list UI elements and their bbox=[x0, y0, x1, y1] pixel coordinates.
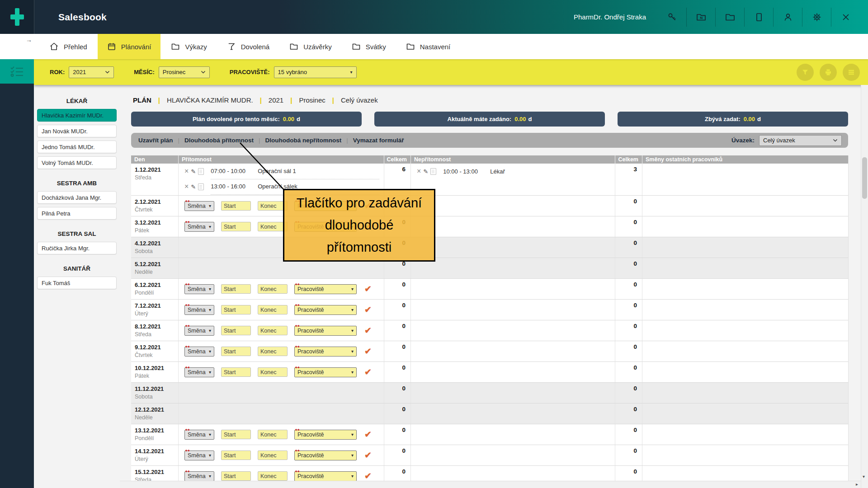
user-icon[interactable] bbox=[774, 0, 802, 34]
filter-icon[interactable] bbox=[797, 64, 814, 81]
delete-icon[interactable]: × bbox=[417, 167, 421, 175]
scroll-right-icon[interactable]: ▸ bbox=[856, 482, 858, 487]
end-input[interactable] bbox=[258, 326, 288, 335]
forward-arrow-icon[interactable]: → bbox=[26, 36, 32, 43]
delete-icon[interactable]: × bbox=[184, 167, 189, 175]
note-icon[interactable] bbox=[430, 168, 436, 175]
confirm-button[interactable]: ✔ bbox=[364, 450, 372, 460]
breadcrumb-item: HLAVIČKA KAZIMÍR MUDR. bbox=[167, 96, 253, 104]
workplace-select[interactable]: Pracoviště▾ bbox=[294, 347, 357, 357]
staff-group-title: SANITÁŘ bbox=[34, 265, 120, 272]
end-input[interactable] bbox=[258, 430, 288, 439]
start-input[interactable] bbox=[221, 326, 251, 335]
start-input[interactable] bbox=[221, 471, 251, 481]
staff-item[interactable]: Ručička Jirka Mgr. bbox=[37, 242, 117, 254]
edit-icon[interactable]: ✎ bbox=[191, 168, 196, 175]
note-icon[interactable] bbox=[198, 183, 204, 190]
staff-item[interactable]: Hlavička Kazimír MUDr. bbox=[37, 109, 117, 122]
print-icon[interactable] bbox=[820, 64, 837, 81]
tab-uzaverky[interactable]: Uzávěrky bbox=[280, 34, 341, 59]
end-input[interactable] bbox=[258, 347, 288, 356]
report-icon[interactable] bbox=[745, 0, 773, 34]
gear-icon[interactable] bbox=[802, 0, 831, 34]
scroll-down-icon[interactable]: ▾ bbox=[863, 474, 865, 479]
confirm-button[interactable]: ✔ bbox=[364, 346, 372, 357]
key-icon[interactable] bbox=[658, 0, 686, 34]
workplace-select[interactable]: Pracoviště▾ bbox=[294, 471, 357, 481]
staff-item[interactable]: Pilná Petra bbox=[37, 207, 117, 220]
tab-nastaveni[interactable]: Nastavení bbox=[396, 34, 460, 59]
end-input[interactable] bbox=[258, 305, 288, 314]
tab-dovolena[interactable]: Dovolená bbox=[217, 34, 279, 59]
start-input[interactable] bbox=[221, 367, 251, 377]
folder-icon[interactable] bbox=[716, 0, 744, 34]
start-input[interactable] bbox=[221, 222, 251, 231]
close-plan-button[interactable]: Uzavřít plán bbox=[138, 137, 173, 144]
staff-item[interactable]: Jedno Tomáš MUDr. bbox=[37, 141, 117, 153]
tab-svatky[interactable]: Svátky bbox=[342, 34, 396, 59]
start-input[interactable] bbox=[221, 347, 251, 356]
end-input[interactable] bbox=[258, 284, 288, 294]
vertical-scrollbar-thumb[interactable] bbox=[862, 157, 867, 199]
presence-cell: ••Směna▾••Pracoviště▾✔ bbox=[178, 300, 384, 320]
start-input[interactable] bbox=[221, 201, 251, 211]
delete-icon[interactable]: × bbox=[184, 183, 189, 191]
year-select[interactable]: 2021 bbox=[69, 66, 114, 78]
month-select[interactable]: Prosinec bbox=[159, 66, 210, 78]
confirm-button[interactable]: ✔ bbox=[364, 367, 372, 377]
workplace-select[interactable]: Pracoviště▾ bbox=[294, 284, 357, 294]
toolbar-actions: Uzavřít plán|Dlouhodobá přítomnost|Dlouh… bbox=[138, 137, 404, 144]
menu-icon[interactable] bbox=[843, 64, 860, 81]
staff-item[interactable]: Volný Tomáš MUDr. bbox=[37, 156, 117, 169]
workplace-select[interactable]: Pracoviště▾ bbox=[294, 305, 357, 315]
start-input[interactable] bbox=[221, 450, 251, 460]
confirm-button[interactable]: ✔ bbox=[364, 305, 372, 315]
other-shifts-cell bbox=[642, 362, 848, 382]
tab-prehled[interactable]: Přehled bbox=[40, 34, 97, 59]
close-icon[interactable] bbox=[831, 0, 860, 34]
workplace-select[interactable]: Pracoviště▾ bbox=[294, 430, 357, 440]
confirm-button[interactable]: ✔ bbox=[364, 471, 372, 481]
entry-time: 07:00 - 10:00 bbox=[211, 168, 252, 174]
folder-n-icon[interactable]: N bbox=[687, 0, 715, 34]
day-cell: 7.12.2021Úterý bbox=[131, 300, 178, 320]
long-term-presence-button[interactable]: Dlouhodobá přítomnost bbox=[184, 137, 254, 144]
start-input[interactable] bbox=[221, 430, 251, 439]
workplace-select[interactable]: Pracoviště▾ bbox=[294, 326, 357, 336]
staff-item[interactable]: Jan Novák MUDr. bbox=[37, 125, 117, 137]
staff-item[interactable]: Fuk Tomáš bbox=[37, 277, 117, 289]
shift-form: ••Směna▾••Pracoviště▾✔ bbox=[179, 279, 384, 299]
triangle-down-icon: ▾ bbox=[209, 224, 211, 229]
breadcrumb-item: PLÁN bbox=[133, 96, 151, 104]
tab-vykazy[interactable]: Výkazy bbox=[161, 34, 216, 59]
confirm-button[interactable]: ✔ bbox=[364, 429, 372, 440]
triangle-down-icon: ▾ bbox=[209, 286, 211, 291]
shift-form: ••Směna▾••Pracoviště▾✔ bbox=[179, 341, 384, 361]
confirm-button[interactable]: ✔ bbox=[364, 284, 372, 294]
note-icon[interactable] bbox=[198, 168, 204, 175]
staff-item[interactable]: Docházková Jana Mgr. bbox=[37, 191, 117, 204]
end-input[interactable] bbox=[258, 367, 288, 377]
vertical-scrollbar[interactable]: ▾ bbox=[861, 85, 868, 488]
tab-planovani[interactable]: Plánování bbox=[98, 34, 161, 59]
clear-form-button[interactable]: Vymazat formulář bbox=[353, 137, 404, 144]
start-input[interactable] bbox=[221, 284, 251, 294]
workplace-select[interactable]: Pracoviště▾ bbox=[294, 367, 357, 377]
edit-icon[interactable]: ✎ bbox=[191, 183, 196, 190]
date-label: 5.12.2021 bbox=[135, 261, 175, 267]
checklist-icon[interactable] bbox=[0, 59, 34, 84]
start-input[interactable] bbox=[221, 305, 251, 314]
end-input[interactable] bbox=[258, 471, 288, 481]
workplace-select[interactable]: Pracoviště▾ bbox=[294, 450, 357, 460]
schedule-table: Den Přítomnost Celkem Nepřítomnost Celke… bbox=[131, 155, 849, 487]
workplace-select[interactable]: 15 vybráno ▾ bbox=[274, 66, 357, 78]
end-input[interactable] bbox=[258, 450, 288, 460]
folder-icon bbox=[289, 42, 298, 51]
long-term-absence-button[interactable]: Dlouhodobá nepřítomnost bbox=[265, 137, 342, 144]
uvazek-select[interactable]: Celý úvazek bbox=[759, 135, 842, 146]
absence-total-cell: 0 bbox=[615, 196, 642, 216]
horizontal-scrollbar[interactable]: ▸ bbox=[120, 481, 861, 488]
entry-time: 13:00 - 16:00 bbox=[211, 183, 252, 190]
edit-icon[interactable]: ✎ bbox=[423, 168, 428, 175]
confirm-button[interactable]: ✔ bbox=[364, 325, 372, 336]
